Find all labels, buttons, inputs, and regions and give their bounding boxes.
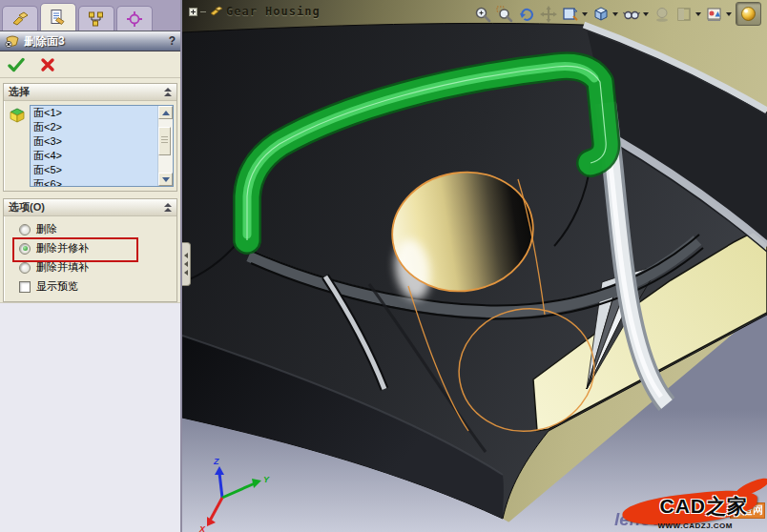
scroll-down-button[interactable] bbox=[158, 173, 173, 186]
part-icon bbox=[209, 6, 223, 18]
face-list-item[interactable]: 面<5> bbox=[31, 163, 157, 177]
radio-row-delete[interactable]: 删除 bbox=[19, 221, 173, 237]
tree-expand-icon[interactable] bbox=[189, 8, 197, 16]
property-manager-panel: 删除面3 ? 选择 bbox=[0, 0, 182, 532]
radio-delete-label: 删除 bbox=[36, 222, 57, 236]
hide-show-items-icon[interactable] bbox=[622, 5, 640, 23]
property-manager-icon bbox=[49, 9, 68, 26]
faces-cube-icon bbox=[9, 107, 26, 124]
selection-group-body: 面<1> 面<2> 面<3> 面<4> 面<5> 面<6> bbox=[4, 101, 176, 191]
delete-face-icon bbox=[5, 34, 20, 48]
collapse-chevron-icon bbox=[164, 88, 172, 96]
show-preview-checkbox[interactable] bbox=[19, 281, 31, 293]
radio-row-delete-and-patch[interactable]: 删除并修补 bbox=[19, 240, 173, 256]
selection-group-header[interactable]: 选择 bbox=[4, 84, 176, 101]
triad-x-label: X bbox=[198, 524, 206, 532]
face-list-item[interactable]: 面<6> bbox=[31, 177, 157, 186]
feature-manager-icon bbox=[10, 10, 30, 28]
apply-scene-icon bbox=[740, 6, 757, 22]
view-orientation-icon[interactable] bbox=[561, 5, 579, 23]
collapse-chevron-icon bbox=[164, 203, 172, 212]
radio-delete-and-fill-label: 删除并填补 bbox=[36, 260, 89, 275]
panel-title: 删除面3 bbox=[24, 33, 165, 50]
scroll-up-button[interactable] bbox=[158, 106, 173, 119]
face-list-item[interactable]: 面<4> bbox=[31, 149, 157, 163]
solidworks-window: 删除面3 ? 选择 bbox=[0, 0, 767, 532]
model-scene: Z Y X bbox=[182, 0, 767, 532]
checkbox-row-show-preview[interactable]: 显示预览 bbox=[19, 278, 173, 295]
radio-delete-and-fill[interactable] bbox=[19, 262, 31, 274]
selection-group: 选择 面<1> 面<2> bbox=[3, 83, 177, 192]
options-group: 选项(O) 删除 删除并修补 删除 bbox=[3, 198, 177, 302]
radio-delete-and-patch-label: 删除并修补 bbox=[36, 241, 89, 256]
options-group-body: 删除 删除并修补 删除并填补 显示预览 bbox=[4, 216, 176, 301]
shadows-icon[interactable] bbox=[653, 5, 671, 23]
logo-url: WWW.CADZJ.COM bbox=[658, 522, 734, 530]
display-style-icon[interactable] bbox=[591, 5, 610, 23]
panel-empty-area bbox=[0, 302, 180, 532]
cancel-button[interactable] bbox=[40, 57, 55, 72]
dropdown-caret-icon[interactable] bbox=[612, 12, 618, 16]
scroll-track[interactable] bbox=[158, 119, 173, 173]
confirm-bar bbox=[0, 51, 180, 78]
dropdown-caret-icon[interactable] bbox=[582, 12, 588, 16]
ok-button[interactable] bbox=[8, 57, 25, 72]
triad-y-label: Y bbox=[263, 475, 270, 484]
face-list-item[interactable]: 面<2> bbox=[31, 120, 157, 134]
pan-icon[interactable] bbox=[539, 5, 557, 23]
dimxpert-icon bbox=[125, 10, 144, 28]
radio-row-delete-and-fill[interactable]: 删除并填补 bbox=[19, 259, 173, 276]
zoom-in-out-icon[interactable] bbox=[473, 5, 491, 23]
rotate-view-icon[interactable] bbox=[517, 5, 535, 23]
face-list-item[interactable]: 面<1> bbox=[31, 106, 157, 120]
section-view-icon[interactable] bbox=[674, 5, 693, 23]
dropdown-caret-icon[interactable] bbox=[643, 12, 649, 16]
face-list-item[interactable]: 面<3> bbox=[31, 134, 157, 149]
zoom-to-area-icon[interactable] bbox=[495, 5, 513, 23]
dropdown-caret-icon[interactable] bbox=[726, 12, 732, 16]
help-button[interactable]: ? bbox=[169, 34, 176, 48]
faces-listbox[interactable]: 面<1> 面<2> 面<3> 面<4> 面<5> 面<6> bbox=[30, 105, 174, 187]
panel-groups: 选择 面<1> 面<2> bbox=[0, 78, 180, 302]
selection-group-label: 选择 bbox=[9, 85, 30, 99]
radio-delete[interactable] bbox=[19, 224, 31, 235]
part-name: Gear Housing bbox=[226, 5, 321, 18]
show-preview-label: 显示预览 bbox=[36, 279, 78, 294]
manager-tabbar bbox=[0, 0, 180, 31]
feature-titlebar: 删除面3 ? bbox=[0, 31, 180, 51]
tab-property-manager[interactable] bbox=[40, 3, 76, 31]
edit-appearance-icon[interactable] bbox=[705, 5, 723, 23]
dropdown-caret-icon[interactable] bbox=[695, 12, 701, 16]
panel-splitter-handle[interactable] bbox=[182, 242, 191, 286]
list-scrollbar[interactable] bbox=[157, 106, 173, 186]
graphics-area[interactable]: Z Y X Gear Housing bbox=[182, 0, 767, 532]
scroll-thumb[interactable] bbox=[158, 127, 171, 155]
tab-configuration-manager[interactable] bbox=[78, 6, 114, 31]
feature-tree-root[interactable]: Gear Housing bbox=[189, 5, 321, 18]
configuration-manager-icon bbox=[87, 10, 106, 28]
logo-text: CAD之家 bbox=[660, 493, 749, 520]
site-watermark: lenovo 智造网 CAD之家 WWW.CADZJ.COM bbox=[612, 479, 765, 532]
tab-dimxpert-manager[interactable] bbox=[116, 6, 153, 31]
tab-feature-manager[interactable] bbox=[2, 6, 38, 31]
apply-scene-button[interactable] bbox=[736, 2, 761, 26]
view-toolbar bbox=[473, 2, 761, 26]
options-group-header[interactable]: 选项(O) bbox=[4, 199, 176, 216]
radio-delete-and-patch[interactable] bbox=[19, 243, 31, 255]
options-group-label: 选项(O) bbox=[9, 200, 45, 215]
triad-z-label: Z bbox=[213, 457, 219, 466]
